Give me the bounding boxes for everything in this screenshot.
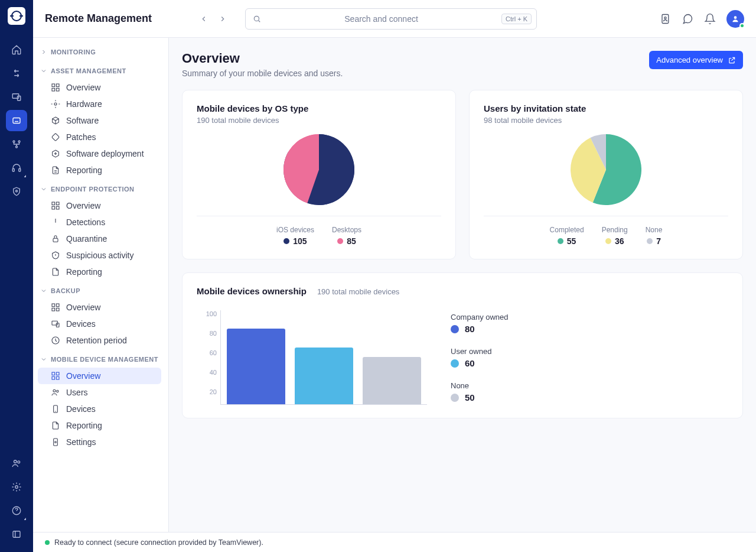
svg-rect-13 bbox=[13, 531, 20, 538]
legend-item: None 7 bbox=[646, 226, 663, 246]
tree-head-asset[interactable]: ASSET MANAGEMENT bbox=[37, 63, 162, 79]
status-text: Ready to connect (secure connection prov… bbox=[54, 538, 263, 547]
chevron-down-icon bbox=[40, 356, 47, 363]
tree-head-mdm[interactable]: MOBILE DEVICE MANAGEMENT bbox=[37, 351, 162, 368]
tree-item-mdm-settings[interactable]: Settings bbox=[38, 434, 161, 450]
legend-item: Company owned 80 bbox=[451, 313, 509, 334]
rail-settings[interactable] bbox=[6, 476, 27, 498]
bell-icon[interactable] bbox=[704, 13, 716, 25]
bar-none bbox=[363, 357, 421, 404]
svg-rect-18 bbox=[52, 84, 55, 87]
card-title: Mobile devices by OS type bbox=[197, 103, 441, 113]
rail-collapse[interactable] bbox=[6, 524, 27, 545]
rail-help[interactable] bbox=[6, 500, 27, 521]
color-dot bbox=[451, 359, 459, 368]
tree-item-asset-overview[interactable]: Overview bbox=[38, 79, 161, 96]
nav-back[interactable] bbox=[197, 12, 211, 26]
chevron-right-icon bbox=[40, 48, 47, 56]
avatar[interactable] bbox=[726, 10, 744, 28]
card-title: Mobile devices ownership bbox=[197, 286, 307, 296]
svg-rect-6 bbox=[12, 169, 14, 172]
tree-item-patches[interactable]: Patches bbox=[38, 129, 161, 145]
tree-item-asset-reporting[interactable]: Reporting bbox=[38, 162, 161, 178]
svg-rect-7 bbox=[19, 169, 21, 172]
tree-item-mdm-reporting[interactable]: Reporting bbox=[38, 417, 161, 434]
tree-item-hardware[interactable]: Hardware bbox=[38, 96, 161, 112]
legend-item: None 50 bbox=[451, 381, 509, 402]
tree-item-mdm-overview[interactable]: Overview bbox=[38, 368, 161, 384]
tree-item-deployment[interactable]: Software deployment bbox=[38, 145, 161, 162]
chevron-down-icon bbox=[40, 67, 47, 74]
tree-head-backup[interactable]: BACKUP bbox=[37, 283, 162, 299]
tree-item-ep-overview[interactable]: Overview bbox=[38, 197, 161, 214]
tree-item-backup-overview[interactable]: Overview bbox=[38, 299, 161, 316]
nav-forward[interactable] bbox=[216, 12, 230, 26]
svg-rect-21 bbox=[56, 88, 59, 91]
tree-item-ep-reporting[interactable]: Reporting bbox=[38, 264, 161, 280]
chevron-down-icon bbox=[40, 287, 47, 294]
bar-chart-ownership: 100 80 60 40 20 bbox=[197, 310, 427, 405]
color-dot bbox=[451, 325, 459, 333]
legend-item: Desktops 85 bbox=[332, 226, 361, 246]
svg-point-8 bbox=[16, 190, 18, 192]
rail-connections[interactable] bbox=[6, 63, 27, 84]
bar-user bbox=[295, 348, 353, 404]
page-title: Overview bbox=[182, 51, 343, 66]
legend-os: iOS devices 105 Desktops 85 bbox=[197, 226, 441, 246]
tree-item-mdm-devices[interactable]: Devices bbox=[38, 401, 161, 417]
card-os-type: Mobile devices by OS type 190 total mobi… bbox=[182, 90, 456, 259]
chat-icon[interactable] bbox=[682, 13, 693, 25]
tree-item-software[interactable]: Software bbox=[38, 112, 161, 129]
tree-item-detections[interactable]: Detections bbox=[38, 214, 161, 230]
card-ownership: Mobile devices ownership 190 total mobil… bbox=[182, 272, 743, 418]
advanced-overview-button[interactable]: Advanced overview bbox=[649, 51, 743, 69]
color-dot bbox=[605, 238, 611, 244]
tree-item-suspicious[interactable]: Suspicious activity bbox=[38, 247, 161, 264]
card-title: Users by invitation state bbox=[484, 103, 728, 113]
svg-point-40 bbox=[53, 389, 56, 392]
tree-head-endpoint[interactable]: ENDPOINT PROTECTION bbox=[37, 181, 162, 197]
presence-dot bbox=[739, 23, 745, 28]
svg-rect-37 bbox=[56, 372, 59, 375]
bar-legend: Company owned 80 User owned 60 None 50 bbox=[451, 313, 509, 402]
legend-users: Completed 55 Pending 36 None 7 bbox=[484, 226, 728, 246]
card-subtitle: 190 total mobile devices bbox=[197, 116, 441, 125]
rail-remote-management[interactable] bbox=[6, 110, 27, 131]
svg-point-16 bbox=[664, 17, 666, 18]
rail-support[interactable] bbox=[6, 157, 27, 178]
svg-rect-28 bbox=[53, 238, 58, 242]
rail-home[interactable] bbox=[6, 39, 27, 60]
rail-devices[interactable] bbox=[6, 86, 27, 108]
svg-rect-31 bbox=[52, 308, 55, 311]
rail-workflows[interactable] bbox=[6, 134, 27, 155]
svg-rect-36 bbox=[52, 372, 55, 375]
tree-item-retention[interactable]: Retention period bbox=[38, 332, 161, 349]
rail-users[interactable] bbox=[6, 453, 27, 474]
pie-chart-os bbox=[197, 134, 441, 205]
app-title: Remote Management bbox=[45, 12, 152, 25]
svg-point-11 bbox=[15, 486, 18, 489]
search-shortcut: Ctrl + K bbox=[501, 14, 532, 24]
app-logo[interactable] bbox=[8, 7, 25, 25]
svg-point-41 bbox=[57, 390, 58, 392]
tree-item-backup-devices[interactable]: Devices bbox=[38, 316, 161, 332]
tree-head-monitoring[interactable]: MONITORING bbox=[37, 44, 162, 60]
svg-rect-43 bbox=[54, 439, 58, 446]
svg-rect-26 bbox=[52, 206, 55, 209]
legend-item: iOS devices 105 bbox=[276, 226, 314, 246]
topbar: Remote Management Search and connect Ctr… bbox=[33, 0, 756, 38]
svg-point-9 bbox=[14, 460, 17, 463]
card-invitation-state: Users by invitation state 98 total mobil… bbox=[469, 90, 743, 259]
card-subtitle: 98 total mobile devices bbox=[484, 116, 728, 125]
contacts-icon[interactable] bbox=[659, 13, 671, 25]
svg-point-22 bbox=[54, 103, 57, 105]
tree-item-mdm-users[interactable]: Users bbox=[38, 384, 161, 401]
color-dot bbox=[337, 238, 343, 244]
svg-rect-20 bbox=[52, 88, 55, 91]
svg-point-14 bbox=[254, 16, 259, 21]
search-input[interactable]: Search and connect Ctrl + K bbox=[245, 8, 537, 30]
tree-item-quarantine[interactable]: Quarantine bbox=[38, 230, 161, 247]
svg-point-5 bbox=[16, 146, 18, 148]
rail-shield[interactable] bbox=[6, 181, 27, 202]
bar-company bbox=[227, 329, 285, 404]
